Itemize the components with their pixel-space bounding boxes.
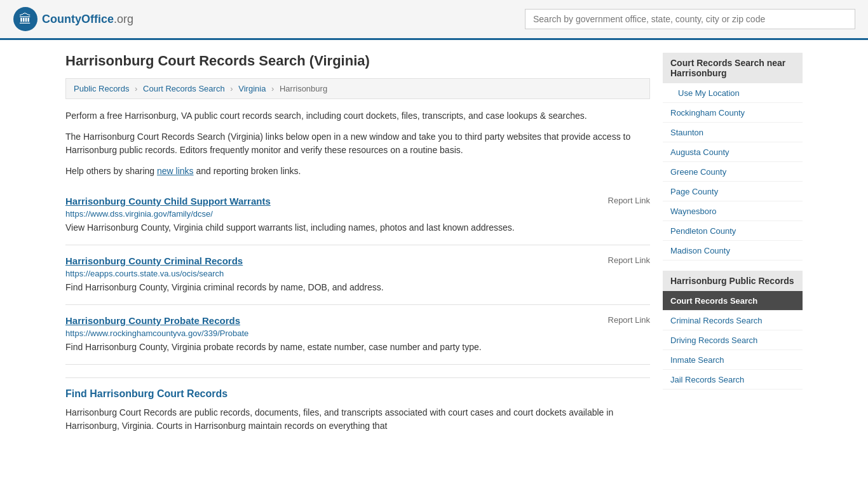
record-url-2[interactable]: https://eapps.courts.state.va.us/ocis/se… <box>65 269 650 278</box>
intro-p1: Perform a free Harrisonburg, VA public c… <box>65 109 650 123</box>
content: Harrisonburg Court Records Search (Virgi… <box>65 53 650 440</box>
breadcrumb: Public Records › Court Records Search › … <box>65 78 650 99</box>
record-title-2[interactable]: Harrisonburg County Criminal Records <box>65 255 243 266</box>
svg-text:🏛: 🏛 <box>19 12 32 26</box>
sidebar-item-driving-records[interactable]: Driving Records Search <box>663 330 803 350</box>
sidebar-public-records-header: Harrisonburg Public Records <box>663 271 803 291</box>
sidebar-nearby-header: Court Records Search near Harrisonburg <box>663 53 803 83</box>
find-title: Find Harrisonburg Court Records <box>65 388 650 400</box>
record-title-1[interactable]: Harrisonburg County Child Support Warran… <box>65 196 271 207</box>
logo-area: 🏛 CountyOffice.org <box>13 6 133 32</box>
report-link-2[interactable]: Report Link <box>608 255 650 265</box>
breadcrumb-harrisonburg: Harrisonburg <box>280 84 327 93</box>
breadcrumb-public-records[interactable]: Public Records <box>74 84 129 93</box>
sidebar: Court Records Search near Harrisonburg U… <box>663 53 803 440</box>
sidebar-nearby-section: Court Records Search near Harrisonburg U… <box>663 53 803 261</box>
record-item-1: Harrisonburg County Child Support Warran… <box>65 186 650 245</box>
use-my-location-link[interactable]: Use My Location <box>678 88 740 98</box>
report-link-1[interactable]: Report Link <box>608 196 650 205</box>
sidebar-item-greene[interactable]: Greene County <box>663 162 803 182</box>
intro-p2: The Harrisonburg Court Records Search (V… <box>65 130 650 157</box>
new-links-link[interactable]: new links <box>157 166 194 176</box>
sidebar-item-inmate-search[interactable]: Inmate Search <box>663 350 803 370</box>
sidebar-item-court-records[interactable]: Court Records Search <box>663 291 803 311</box>
sidebar-item-rockingham[interactable]: Rockingham County <box>663 103 803 123</box>
logo-icon: 🏛 <box>13 6 38 32</box>
sidebar-item-jail-records[interactable]: Jail Records Search <box>663 370 803 390</box>
report-link-3[interactable]: Report Link <box>608 315 650 325</box>
sidebar-item-page[interactable]: Page County <box>663 182 803 201</box>
breadcrumb-court-records[interactable]: Court Records Search <box>143 84 225 93</box>
record-url-1[interactable]: https://www.dss.virginia.gov/family/dcse… <box>65 209 650 219</box>
sidebar-item-augusta[interactable]: Augusta County <box>663 142 803 162</box>
sidebar-item-criminal-records[interactable]: Criminal Records Search <box>663 311 803 330</box>
sidebar-item-waynesboro[interactable]: Waynesboro <box>663 201 803 221</box>
find-desc: Harrisonburg Court Records are public re… <box>65 406 650 433</box>
record-title-3[interactable]: Harrisonburg County Probate Records <box>65 315 240 326</box>
main-container: Harrisonburg Court Records Search (Virgi… <box>53 40 815 453</box>
sidebar-item-madison[interactable]: Madison County <box>663 241 803 261</box>
sidebar-item-staunton[interactable]: Staunton <box>663 123 803 142</box>
logo-text: CountyOffice.org <box>42 13 133 26</box>
record-desc-1: View Harrisonburg County, Virginia child… <box>65 221 650 234</box>
record-url-3[interactable]: https://www.rockinghamcountyva.gov/339/P… <box>65 329 650 338</box>
find-section: Find Harrisonburg Court Records Harrison… <box>65 377 650 433</box>
sidebar-item-pendleton[interactable]: Pendleton County <box>663 221 803 241</box>
intro-p3: Help others by sharing new links and rep… <box>65 165 650 178</box>
search-input[interactable] <box>525 9 855 29</box>
sidebar-use-location[interactable]: Use My Location <box>663 83 803 103</box>
record-desc-2: Find Harrisonburg County, Virginia crimi… <box>65 281 650 294</box>
record-item-3: Harrisonburg County Probate Records Repo… <box>65 305 650 365</box>
record-desc-3: Find Harrisonburg County, Virginia proba… <box>65 341 650 354</box>
page-title: Harrisonburg Court Records Search (Virgi… <box>65 53 650 69</box>
sidebar-public-records-section: Harrisonburg Public Records Court Record… <box>663 271 803 390</box>
record-item-2: Harrisonburg County Criminal Records Rep… <box>65 245 650 305</box>
breadcrumb-virginia[interactable]: Virginia <box>238 84 266 93</box>
header: 🏛 CountyOffice.org <box>0 0 868 40</box>
